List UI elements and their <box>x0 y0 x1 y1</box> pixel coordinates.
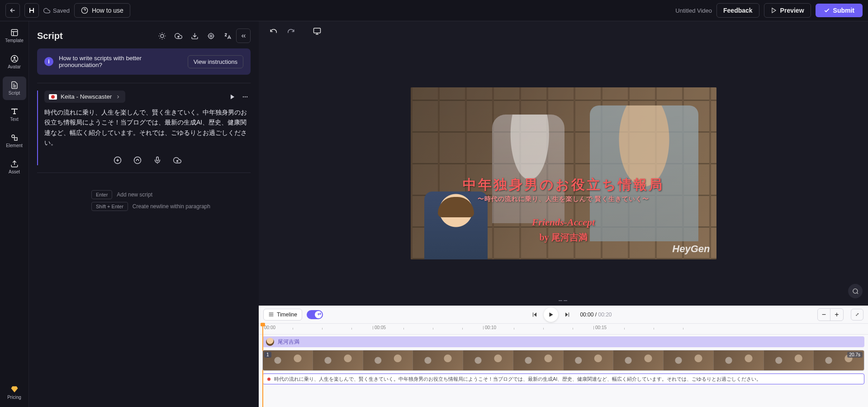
avatar-track[interactable]: 尾河吉満 <box>262 336 864 347</box>
video-title[interactable]: Untitled Video <box>675 7 712 14</box>
redo-button[interactable] <box>284 24 298 38</box>
play-voice-button[interactable] <box>227 91 238 102</box>
avatar-icon <box>10 55 19 63</box>
timeline-button[interactable]: Timeline <box>263 309 302 321</box>
next-frame-button[interactable] <box>561 308 574 321</box>
rail-script[interactable]: Script <box>3 77 26 100</box>
zoom-out-button[interactable]: − <box>818 309 830 321</box>
template-icon <box>10 29 19 37</box>
voice-selector[interactable]: Keita - Newscaster <box>44 91 125 103</box>
upload-audio-button[interactable] <box>172 155 182 165</box>
undo-button[interactable] <box>267 24 280 38</box>
back-button[interactable] <box>5 3 20 18</box>
collapse-panel-button[interactable] <box>236 29 251 43</box>
ai-button[interactable] <box>204 29 218 43</box>
preview-button[interactable]: Preview <box>764 3 811 18</box>
rail-text[interactable]: Text <box>3 103 26 126</box>
svg-point-5 <box>12 135 14 138</box>
main-layout: Template Avatar Script Text Element Asse… <box>0 21 868 407</box>
submit-button[interactable]: Submit <box>816 4 863 17</box>
svg-point-9 <box>208 33 213 38</box>
voice-actions <box>227 91 251 102</box>
microphone-button[interactable] <box>152 155 162 165</box>
svg-point-13 <box>247 96 247 97</box>
preview-author: by 尾河吉満 <box>411 231 716 244</box>
help-icon <box>81 7 88 14</box>
panel-title: Script <box>37 31 63 41</box>
view-instructions-button[interactable]: View instructions <box>188 55 243 68</box>
play-icon <box>771 7 777 14</box>
divider <box>37 172 251 173</box>
script-panel: Script i How to write scripts with bette… <box>29 21 259 407</box>
chevron-right-icon <box>115 94 121 100</box>
svg-rect-23 <box>569 312 569 316</box>
left-rail: Template Avatar Script Text Element Asse… <box>0 21 29 407</box>
svg-point-4 <box>13 57 15 59</box>
element-icon <box>10 134 19 142</box>
canvas-stage[interactable]: 中年独身男のお役立ち情報局 〜時代の流れに乗り、人生を楽しんで 賢く生きていく〜… <box>259 41 868 306</box>
rail-asset[interactable]: Asset <box>3 155 26 179</box>
svg-rect-6 <box>14 138 17 140</box>
record-indicator-icon <box>267 378 270 381</box>
rail-avatar[interactable]: Avatar <box>3 50 26 74</box>
brightness-button[interactable] <box>155 29 169 43</box>
add-pause-button[interactable] <box>113 155 123 165</box>
voice-more-button[interactable] <box>240 91 251 102</box>
audio-track[interactable]: 時代の流れに乗り、人生を楽しんで、賢く生きていく。中年独身男のお役立ち情報局によ… <box>262 373 864 384</box>
preview-title: 中年独身男のお役立ち情報局 <box>411 176 716 194</box>
svg-marker-19 <box>534 312 537 316</box>
timecode: 00:00 / 00:20 <box>580 311 612 318</box>
feedback-button[interactable]: Feedback <box>716 3 759 18</box>
text-icon <box>10 107 19 115</box>
script-block: Keita - Newscaster 時代の流れに乗り、人生を楽しんで、賢く生き… <box>37 91 251 165</box>
rail-pricing[interactable]: Pricing <box>3 381 26 404</box>
translate-button[interactable] <box>220 29 234 43</box>
divider <box>37 83 251 83</box>
header-right: Untitled Video Feedback Preview Submit <box>675 3 863 18</box>
timeline-body: 00:00 00:05 00:10 00:15 <box>259 324 868 407</box>
svg-point-18 <box>853 288 857 293</box>
svg-point-12 <box>245 96 246 97</box>
timeline-toggle[interactable]: ⇄ <box>307 310 323 319</box>
tracks: 尾河吉満 1 20.7s 時代の流れに乗り、人生を楽しんで、賢く生きていく。中年… <box>259 335 868 407</box>
keyboard-hints: Enter Add new script Shift + Enter Creat… <box>91 190 251 211</box>
canvas-area: 中年独身男のお役立ち情報局 〜時代の流れに乗り、人生を楽しんで 賢く生きていく〜… <box>259 21 868 407</box>
avatar-thumb <box>266 338 274 346</box>
zoom-in-button[interactable]: + <box>830 309 843 321</box>
how-to-use-button[interactable]: How to use <box>74 3 130 18</box>
logo <box>24 3 39 18</box>
script-text-input[interactable]: 時代の流れに乗り、人生を楽しんで、賢く生きていく。中年独身男のお役立ち情報局によ… <box>44 107 251 148</box>
zoom-controls: − + <box>817 308 844 321</box>
prev-frame-button[interactable] <box>528 308 541 321</box>
svg-point-15 <box>134 157 141 163</box>
svg-rect-17 <box>314 28 321 33</box>
info-banner: i How to write scripts with better prono… <box>37 48 251 75</box>
upload-button[interactable] <box>171 29 185 43</box>
svg-rect-2 <box>11 29 18 36</box>
zoom-fit-button[interactable]: ⤢ <box>851 309 863 321</box>
app-header: Saved How to use Untitled Video Feedback… <box>0 0 868 21</box>
video-preview[interactable]: 中年独身男のお役立ち情報局 〜時代の流れに乗り、人生を楽しんで 賢く生きていく〜… <box>411 87 716 259</box>
svg-marker-22 <box>565 312 568 316</box>
play-button[interactable] <box>544 307 558 322</box>
info-text: How to write scripts with better pronoun… <box>59 55 182 68</box>
script-icon <box>10 81 19 89</box>
clip-number: 1 <box>264 352 271 358</box>
rail-template[interactable]: Template <box>3 24 26 48</box>
svg-rect-16 <box>157 157 159 161</box>
svg-point-7 <box>160 34 163 37</box>
svg-marker-10 <box>231 94 234 99</box>
timeline-ruler[interactable]: 00:00 00:05 00:10 00:15 <box>259 324 868 335</box>
download-button[interactable] <box>187 29 202 43</box>
video-track[interactable]: 1 20.7s <box>262 350 864 371</box>
resize-handle[interactable] <box>559 300 569 302</box>
diamond-icon <box>10 385 19 393</box>
saved-text: Saved <box>53 7 70 14</box>
speed-button[interactable] <box>133 155 142 165</box>
rail-element[interactable]: Element <box>3 129 26 153</box>
zoom-fab[interactable] <box>848 284 863 298</box>
saved-status: Saved <box>43 7 70 14</box>
info-icon: i <box>44 57 53 66</box>
timeline-header: Timeline ⇄ 00:00 / 00:20 − + <box>259 306 868 324</box>
device-preview-button[interactable] <box>310 24 324 38</box>
